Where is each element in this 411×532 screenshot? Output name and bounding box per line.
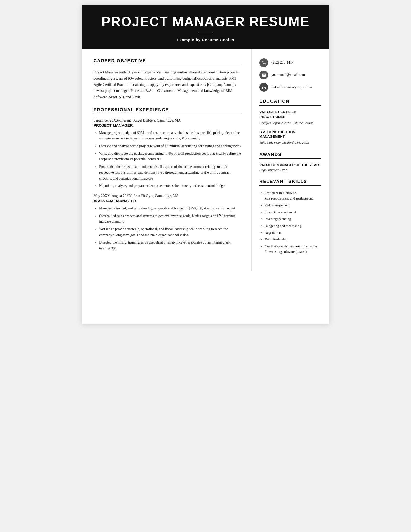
- award-name: PROJECT MANAGER OF THE YEAR: [259, 163, 321, 167]
- header-divider: [199, 33, 212, 33]
- list-item: Overhauled sales process and systems to …: [99, 213, 242, 225]
- job-1: September 20XX–Present | Angel Builders,…: [94, 118, 242, 189]
- list-item: Write and distribute bid packages amount…: [99, 151, 242, 162]
- edu-degree-1: PMI AGILE CERTIFIED PRACTITIONER: [259, 110, 321, 119]
- email-svg: [262, 73, 266, 77]
- linkedin-url: linkedin.com/in/yourprofile/: [271, 85, 312, 89]
- list-item: Managed, directed, and prioritized gym o…: [99, 206, 242, 211]
- resume-title: PROJECT MANAGER RESUME: [92, 14, 319, 29]
- awards-section: AWARDS PROJECT MANAGER OF THE YEAR Angel…: [259, 152, 321, 172]
- right-column: (212) 256-1414 your.email@email.com: [252, 49, 329, 271]
- job-2-bullets: Managed, directed, and prioritized gym o…: [94, 206, 242, 251]
- job-2-role: ASSISTANT MANAGER: [94, 199, 242, 203]
- list-item: Team leadership: [265, 237, 321, 242]
- header-subtitle: Example by Resume Genius: [92, 38, 319, 42]
- list-item: Manage project budget of $2M+ and ensure…: [99, 130, 242, 142]
- list-item: Ensure that the project team understands…: [99, 164, 242, 181]
- skills-list: Proficient in Fieldwire, JOBPROGRESS, an…: [259, 190, 321, 255]
- edu-detail-1: Certified: April 2, 20XX (Online Course): [259, 120, 321, 125]
- career-objective-section: CAREER OBJECTIVE Project Manager with 3+…: [94, 58, 242, 100]
- list-item: Inventory planning: [265, 216, 321, 222]
- list-item: Risk management: [265, 202, 321, 208]
- job-1-role: PROJECT MANAGER: [94, 123, 242, 127]
- contact-phone: (212) 256-1414: [259, 58, 321, 67]
- education-section: EDUCATION PMI AGILE CERTIFIED PRACTITION…: [259, 99, 321, 145]
- edu-degree-2: B.A. CONSTRUCTION MANAGEMENT: [259, 130, 321, 139]
- career-objective-title: CAREER OBJECTIVE: [94, 58, 242, 65]
- job-1-header: September 20XX–Present | Angel Builders,…: [94, 118, 242, 123]
- list-item: Worked to provide strategic, operational…: [99, 226, 242, 238]
- list-item: Budgeting and forecasting: [265, 223, 321, 229]
- skills-title: RELEVANT SKILLS: [259, 179, 321, 186]
- resume-body: CAREER OBJECTIVE Project Manager with 3+…: [82, 49, 329, 271]
- edu-detail-2: Tufts University, Medford, MA, 20XX: [259, 140, 321, 145]
- resume-header: PROJECT MANAGER RESUME Example by Resume…: [82, 5, 329, 49]
- list-item: Directed the hiring, training, and sched…: [99, 240, 242, 251]
- email-icon: [259, 71, 268, 79]
- career-objective-text: Project Manager with 3+ years of experie…: [94, 69, 242, 100]
- education-item-2: B.A. CONSTRUCTION MANAGEMENT Tufts Unive…: [259, 130, 321, 145]
- education-title: EDUCATION: [259, 99, 321, 106]
- phone-number: (212) 256-1414: [271, 61, 294, 65]
- professional-experience-section: PROFESSIONAL EXPERIENCE September 20XX–P…: [94, 107, 242, 251]
- list-item: Financial management: [265, 209, 321, 215]
- contact-email: your.email@email.com: [259, 71, 321, 79]
- job-2: May 20XX–August 20XX | Iron Fit Gym, Cam…: [94, 194, 242, 251]
- list-item: Oversee and analyze prime project buyout…: [99, 143, 242, 149]
- phone-svg: [262, 61, 266, 65]
- awards-title: AWARDS: [259, 152, 321, 159]
- education-item-1: PMI AGILE CERTIFIED PRACTITIONER Certifi…: [259, 110, 321, 125]
- phone-icon: [259, 58, 268, 67]
- skills-section: RELEVANT SKILLS Proficient in Fieldwire,…: [259, 179, 321, 255]
- professional-experience-title: PROFESSIONAL EXPERIENCE: [94, 107, 242, 114]
- resume-page: PROJECT MANAGER RESUME Example by Resume…: [82, 5, 329, 324]
- svg-point-0: [262, 86, 263, 86]
- contact-linkedin: linkedin.com/in/yourprofile/: [259, 83, 321, 92]
- list-item: Familiarity with database information fl…: [265, 244, 321, 255]
- left-column: CAREER OBJECTIVE Project Manager with 3+…: [82, 49, 252, 271]
- job-2-header: May 20XX–August 20XX | Iron Fit Gym, Cam…: [94, 194, 242, 198]
- email-address: your.email@email.com: [271, 73, 305, 77]
- list-item: Negotiate, analyze, and prepare order ag…: [99, 183, 242, 189]
- list-item: Negotiation: [265, 230, 321, 236]
- contact-list: (212) 256-1414 your.email@email.com: [259, 58, 321, 92]
- job-1-bullets: Manage project budget of $2M+ and ensure…: [94, 130, 242, 189]
- award-detail: Angel Builders 20XX: [259, 168, 321, 172]
- linkedin-svg: [262, 85, 266, 90]
- list-item: Proficient in Fieldwire, JOBPROGRESS, an…: [265, 190, 321, 201]
- linkedin-icon: [259, 83, 268, 92]
